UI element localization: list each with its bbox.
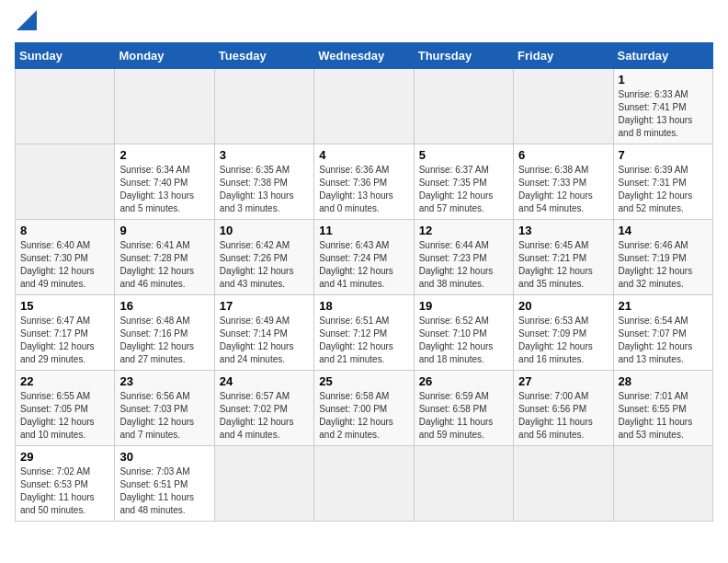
day-cell-15: 15Sunrise: 6:47 AMSunset: 7:17 PMDayligh… (16, 294, 115, 370)
empty-cell (115, 68, 214, 144)
day-detail: Sunrise: 6:57 AMSunset: 7:02 PMDaylight:… (220, 390, 309, 442)
day-cell-23: 23Sunrise: 6:56 AMSunset: 7:03 PMDayligh… (115, 370, 214, 445)
day-number: 21 (619, 299, 708, 313)
calendar-week-3: 15Sunrise: 6:47 AMSunset: 7:17 PMDayligh… (16, 294, 713, 370)
day-detail: Sunrise: 6:45 AMSunset: 7:21 PMDaylight:… (518, 239, 608, 291)
day-cell-25: 25Sunrise: 6:58 AMSunset: 7:00 PMDayligh… (314, 370, 414, 445)
day-number: 30 (119, 450, 209, 464)
day-cell-19: 19Sunrise: 6:52 AMSunset: 7:10 PMDayligh… (414, 294, 513, 370)
day-number: 5 (419, 148, 508, 162)
day-number: 10 (220, 224, 309, 237)
calendar-week-0: 1Sunrise: 6:33 AMSunset: 7:41 PMDaylight… (16, 68, 713, 144)
day-number: 15 (20, 299, 109, 313)
day-detail: Sunrise: 6:33 AMSunset: 7:41 PMDaylight:… (619, 88, 708, 140)
day-cell-27: 27Sunrise: 7:00 AMSunset: 6:56 PMDayligh… (514, 370, 613, 445)
day-number: 25 (319, 374, 408, 388)
day-cell-20: 20Sunrise: 6:53 AMSunset: 7:09 PMDayligh… (514, 294, 613, 370)
day-number: 29 (20, 450, 109, 464)
empty-cell (16, 144, 115, 219)
day-detail: Sunrise: 6:51 AMSunset: 7:12 PMDaylight:… (319, 315, 408, 366)
day-cell-16: 16Sunrise: 6:48 AMSunset: 7:16 PMDayligh… (115, 294, 214, 370)
day-detail: Sunrise: 7:00 AMSunset: 6:56 PMDaylight:… (518, 390, 608, 442)
day-detail: Sunrise: 6:38 AMSunset: 7:33 PMDaylight:… (518, 164, 608, 215)
day-number: 24 (220, 374, 309, 388)
logo-icon (17, 10, 37, 30)
day-detail: Sunrise: 6:53 AMSunset: 7:09 PMDaylight:… (518, 315, 608, 366)
day-detail: Sunrise: 6:34 AMSunset: 7:40 PMDaylight:… (119, 164, 209, 215)
day-cell-22: 22Sunrise: 6:55 AMSunset: 7:05 PMDayligh… (16, 370, 115, 445)
day-number: 13 (518, 224, 608, 237)
calendar-body: 1Sunrise: 6:33 AMSunset: 7:41 PMDaylight… (16, 68, 713, 521)
day-number: 2 (119, 148, 209, 162)
empty-cell (314, 445, 414, 521)
day-detail: Sunrise: 6:39 AMSunset: 7:31 PMDaylight:… (619, 164, 708, 215)
day-detail: Sunrise: 6:35 AMSunset: 7:38 PMDaylight:… (220, 164, 309, 215)
day-cell-2: 2Sunrise: 6:34 AMSunset: 7:40 PMDaylight… (115, 144, 214, 219)
day-detail: Sunrise: 6:49 AMSunset: 7:14 PMDaylight:… (220, 315, 309, 366)
day-number: 4 (319, 148, 408, 162)
calendar-week-2: 8Sunrise: 6:40 AMSunset: 7:30 PMDaylight… (16, 219, 713, 294)
empty-cell (514, 445, 613, 521)
weekday-header-saturday: Saturday (613, 42, 712, 68)
day-detail: Sunrise: 6:58 AMSunset: 7:00 PMDaylight:… (319, 390, 408, 442)
day-cell-18: 18Sunrise: 6:51 AMSunset: 7:12 PMDayligh… (314, 294, 414, 370)
day-number: 1 (619, 73, 708, 86)
empty-cell (414, 445, 513, 521)
day-detail: Sunrise: 6:43 AMSunset: 7:24 PMDaylight:… (319, 239, 408, 291)
day-cell-7: 7Sunrise: 6:39 AMSunset: 7:31 PMDaylight… (613, 144, 712, 219)
day-cell-29: 29Sunrise: 7:02 AMSunset: 6:53 PMDayligh… (16, 445, 115, 521)
day-detail: Sunrise: 6:59 AMSunset: 6:58 PMDaylight:… (419, 390, 508, 442)
day-detail: Sunrise: 7:03 AMSunset: 6:51 PMDaylight:… (119, 465, 209, 517)
day-cell-12: 12Sunrise: 6:44 AMSunset: 7:23 PMDayligh… (414, 219, 513, 294)
day-cell-24: 24Sunrise: 6:57 AMSunset: 7:02 PMDayligh… (214, 370, 313, 445)
day-cell-8: 8Sunrise: 6:40 AMSunset: 7:30 PMDaylight… (16, 219, 115, 294)
day-cell-14: 14Sunrise: 6:46 AMSunset: 7:19 PMDayligh… (613, 219, 712, 294)
empty-cell (514, 68, 613, 144)
weekday-header-sunday: Sunday (16, 42, 115, 68)
day-detail: Sunrise: 6:44 AMSunset: 7:23 PMDaylight:… (419, 239, 508, 291)
calendar-week-1: 2Sunrise: 6:34 AMSunset: 7:40 PMDaylight… (16, 144, 713, 219)
day-number: 26 (419, 374, 508, 388)
day-detail: Sunrise: 7:01 AMSunset: 6:55 PMDaylight:… (619, 390, 708, 442)
empty-cell (613, 445, 712, 521)
day-detail: Sunrise: 6:56 AMSunset: 7:03 PMDaylight:… (119, 390, 209, 442)
day-number: 7 (619, 148, 708, 162)
day-number: 19 (419, 299, 508, 313)
day-detail: Sunrise: 6:52 AMSunset: 7:10 PMDaylight:… (419, 315, 508, 366)
day-detail: Sunrise: 6:41 AMSunset: 7:28 PMDaylight:… (119, 239, 209, 291)
day-number: 6 (518, 148, 608, 162)
empty-cell (16, 68, 115, 144)
day-cell-30: 30Sunrise: 7:03 AMSunset: 6:51 PMDayligh… (115, 445, 214, 521)
day-cell-6: 6Sunrise: 6:38 AMSunset: 7:33 PMDaylight… (514, 144, 613, 219)
day-detail: Sunrise: 6:42 AMSunset: 7:26 PMDaylight:… (220, 239, 309, 291)
empty-cell (214, 445, 313, 521)
empty-cell (414, 68, 513, 144)
page-header (15, 15, 713, 33)
empty-cell (314, 68, 414, 144)
day-cell-28: 28Sunrise: 7:01 AMSunset: 6:55 PMDayligh… (613, 370, 712, 445)
day-cell-1: 1Sunrise: 6:33 AMSunset: 7:41 PMDaylight… (613, 68, 712, 144)
weekday-header-thursday: Thursday (414, 42, 513, 68)
day-cell-3: 3Sunrise: 6:35 AMSunset: 7:38 PMDaylight… (214, 144, 313, 219)
day-cell-17: 17Sunrise: 6:49 AMSunset: 7:14 PMDayligh… (214, 294, 313, 370)
calendar-table: SundayMondayTuesdayWednesdayThursdayFrid… (15, 42, 713, 522)
day-number: 16 (119, 299, 209, 313)
day-detail: Sunrise: 6:36 AMSunset: 7:36 PMDaylight:… (319, 164, 408, 215)
day-detail: Sunrise: 6:54 AMSunset: 7:07 PMDaylight:… (619, 315, 708, 366)
day-cell-10: 10Sunrise: 6:42 AMSunset: 7:26 PMDayligh… (214, 219, 313, 294)
day-number: 23 (119, 374, 209, 388)
day-number: 28 (619, 374, 708, 388)
weekday-header-wednesday: Wednesday (314, 42, 414, 68)
calendar-week-4: 22Sunrise: 6:55 AMSunset: 7:05 PMDayligh… (16, 370, 713, 445)
logo (15, 15, 37, 33)
day-detail: Sunrise: 6:40 AMSunset: 7:30 PMDaylight:… (20, 239, 109, 291)
empty-cell (214, 68, 313, 144)
day-detail: Sunrise: 7:02 AMSunset: 6:53 PMDaylight:… (20, 465, 109, 517)
day-number: 9 (119, 224, 209, 237)
day-cell-11: 11Sunrise: 6:43 AMSunset: 7:24 PMDayligh… (314, 219, 414, 294)
day-cell-21: 21Sunrise: 6:54 AMSunset: 7:07 PMDayligh… (613, 294, 712, 370)
day-detail: Sunrise: 6:55 AMSunset: 7:05 PMDaylight:… (20, 390, 109, 442)
day-number: 14 (619, 224, 708, 237)
day-number: 8 (20, 224, 109, 237)
day-number: 22 (20, 374, 109, 388)
